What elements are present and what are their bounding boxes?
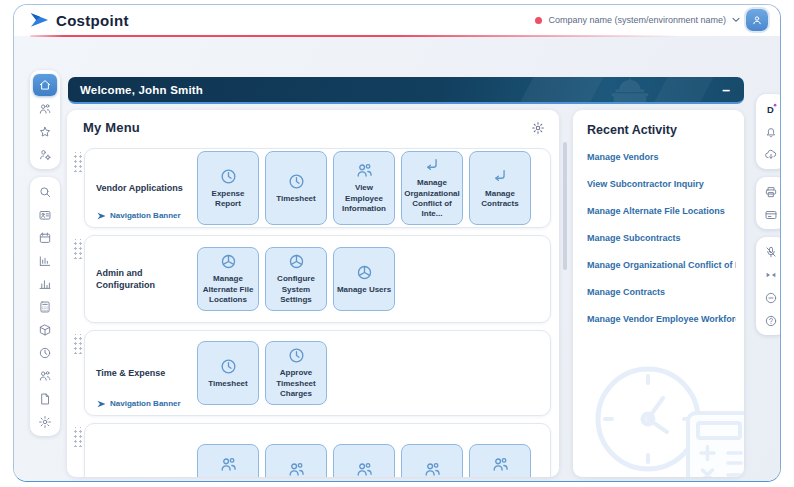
brand-title: Costpoint [56,12,129,29]
clock-icon [38,346,52,360]
tile-benefits-enrollment[interactable]: Benefits Enrollment [469,444,531,477]
menu-settings-gear-icon[interactable] [531,121,545,135]
recent-activity-link[interactable]: View Subcontractor Inquiry [587,170,736,197]
tile-list: TimesheetApprove Timesheet Charges [191,331,550,415]
user-icon [751,14,763,26]
audio-wave-icon [764,268,778,282]
tile-label: Configure System Settings [268,274,324,305]
recent-activity-link[interactable]: Manage Subcontracts [587,224,736,251]
sidebar-item-package[interactable] [34,319,56,340]
tile-1095-cs[interactable]: 1095-Cs [401,444,463,477]
recent-activity-link[interactable]: Manage Alternate File Locations [587,197,736,224]
search-icon [38,185,52,199]
sidebar-item-id-badge[interactable] [34,204,56,225]
sidebar-item-home[interactable] [33,74,57,96]
sidebar-item-clock[interactable] [34,342,56,363]
users-icon [423,460,442,477]
dela-ai-icon: D [764,102,778,116]
sidebar-item-star[interactable] [34,121,56,142]
sidebar-item-calendar[interactable] [34,227,56,248]
sidebar-item-calculator[interactable] [34,296,56,317]
sidebar-item-document[interactable] [34,388,56,409]
sidebar-item-cloud-download[interactable] [760,144,781,165]
sidebar-item-mic-off[interactable] [760,241,781,262]
tile-manage-organizational-conflict-of-inte[interactable]: Manage Organizational Conflict of Inte..… [401,151,463,225]
app-header: Costpoint Company name (system/environme… [14,5,780,35]
company-selector[interactable]: Company name (system/environment name) [535,15,740,25]
sidebar-item-search[interactable] [34,181,56,202]
tile-timesheet[interactable]: Timesheet [265,151,327,225]
menu-group-row: Employee Self ServiceEmployee Personal I… [72,423,551,477]
tile-label: Expense Report [200,189,256,210]
drag-handle-icon[interactable] [72,334,82,354]
clock-calculator-watermark [576,359,744,477]
recent-activity-link[interactable]: Manage Organizational Conflict of Inter.… [587,251,736,278]
recent-activity-link[interactable]: Manage Contracts [587,278,736,305]
sidebar-item-dela-ai[interactable]: D [760,98,781,119]
recent-activity-list: Manage VendorsView Subcontractor Inquiry… [573,141,744,334]
company-selector-label: Company name (system/environment name) [548,15,726,25]
clock-icon [219,357,238,376]
clock-icon [287,172,306,191]
sidebar-group [30,177,60,436]
calendar-icon [38,231,52,245]
sidebar-item-help-circle[interactable] [760,310,781,331]
tile-configure-system-settings[interactable]: Configure System Settings [265,247,327,311]
tile-address-phone[interactable]: Address/Phone [265,444,327,477]
chevron-down-icon [732,17,740,23]
menu-group-row: Admin and ConfigurationManage Alternate … [72,235,551,323]
left-sidebar [30,70,60,436]
menu-group-card: Vendor ApplicationsExpense ReportTimeshe… [84,148,551,228]
sidebar-item-user-group[interactable] [34,365,56,386]
user-group-icon [38,369,52,383]
drag-handle-icon[interactable] [72,427,82,447]
sidebar-item-minus-circle[interactable] [760,287,781,308]
tile-timesheet[interactable]: Timesheet [197,341,259,405]
sidebar-item-printer[interactable] [760,181,781,202]
card-reader-icon [764,208,778,222]
user-avatar[interactable] [746,9,768,31]
navigation-banner-link[interactable]: Navigation Banner [97,211,181,220]
users-icon [491,455,510,474]
tile-expense-report[interactable]: Expense Report [197,151,259,225]
users-icon [287,460,306,477]
my-menu-header: My Menu [67,110,559,139]
sidebar-item-audio-wave[interactable] [760,264,781,285]
tile-view-employee-information[interactable]: View Employee Information [333,151,395,225]
tile-list: Expense ReportTimesheetView Employee Inf… [191,149,550,227]
tile-label: Manage Alternate File Locations [200,274,256,305]
tile-employee-personal-info[interactable]: Employee Personal Info [197,444,259,477]
sidebar-item-card-reader[interactable] [760,204,781,225]
sidebar-group [756,177,781,229]
minimize-button[interactable]: – [720,83,732,97]
right-sidebar: D [756,94,781,335]
mic-off-icon [764,245,778,259]
screen: Costpoint Company name (system/environme… [0,0,794,487]
drag-handle-icon[interactable] [72,239,82,259]
drag-handle-icon[interactable] [72,152,82,172]
recent-activity-link[interactable]: Manage Vendor Employee Workforce [587,305,736,332]
app-window: Costpoint Company name (system/environme… [13,4,781,482]
tile-approve-timesheet-charges[interactable]: Approve Timesheet Charges [265,341,327,405]
star-icon [38,125,52,139]
sidebar-item-settings[interactable] [34,411,56,432]
sidebar-item-team[interactable] [34,98,56,119]
costpoint-arrow-icon [97,400,106,408]
tile-label: Approve Timesheet Charges [268,368,324,399]
navigation-banner-label: Navigation Banner [110,211,181,220]
sidebar-item-chart-pencil[interactable] [34,250,56,271]
tile-manage-contracts[interactable]: Manage Contracts [469,151,531,225]
scrollbar-thumb[interactable] [563,142,567,270]
tile-manage-alternate-file-locations[interactable]: Manage Alternate File Locations [197,247,259,311]
tile-manage-users[interactable]: Manage Users [333,247,395,311]
recent-activity-title: Recent Activity [573,110,744,141]
sidebar-item-bell[interactable] [760,121,781,142]
cloud-download-icon [764,148,778,162]
sidebar-group: D [756,94,781,169]
recent-activity-link[interactable]: Manage Vendors [587,143,736,170]
calculator-icon [38,300,52,314]
sidebar-item-user-gear[interactable] [34,144,56,165]
navigation-banner-link[interactable]: Navigation Banner [97,399,181,408]
sidebar-item-bar-chart[interactable] [34,273,56,294]
tile-w-2s[interactable]: W-2s [333,444,395,477]
